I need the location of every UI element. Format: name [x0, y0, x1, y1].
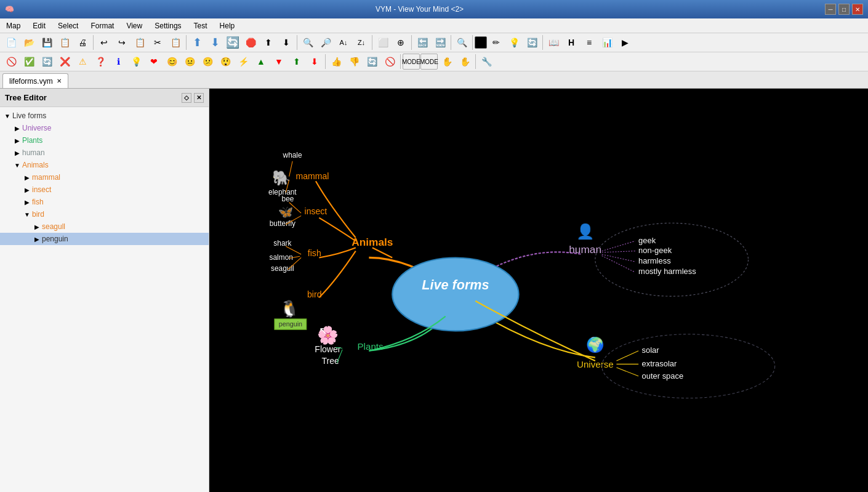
new-button[interactable]: 📄 [2, 34, 20, 50]
refresh-btn2[interactable]: 🔄 [38, 54, 55, 70]
tree-item-bird[interactable]: ▼ bird [0, 208, 209, 220]
undo-button[interactable]: ↩ [95, 34, 113, 50]
question-btn[interactable]: ❓ [92, 54, 109, 70]
sad-btn[interactable]: 😕 [199, 54, 216, 70]
prohibit-btn[interactable]: 🚫 [381, 54, 398, 70]
tree-item-seagull[interactable]: ▶ seagull [0, 220, 209, 233]
tree-toggle-fish[interactable]: ▶ [22, 197, 32, 207]
neutral-btn[interactable]: 😐 [181, 54, 198, 70]
tree-toggle-animals[interactable]: ▼ [12, 160, 22, 170]
tree-toggle-human[interactable]: ▶ [12, 148, 22, 158]
tree-item-fish[interactable]: ▶ fish [0, 196, 209, 208]
up-button[interactable]: ⬆ [260, 34, 277, 50]
warn-btn[interactable]: ⚠ [74, 54, 91, 70]
tab-close-btn[interactable]: ✕ [57, 78, 62, 84]
sidebar-close-btn[interactable]: ✕ [194, 93, 204, 103]
refresh-button[interactable]: 🔄 [224, 34, 241, 50]
menu-view[interactable]: View [120, 18, 148, 33]
tree-toggle-insect[interactable]: ▶ [22, 185, 32, 195]
rotate-button[interactable]: 🔄 [523, 34, 540, 50]
stop-icon-btn[interactable]: 🚫 [2, 54, 20, 70]
tree-toggle-mammal[interactable]: ▶ [22, 172, 32, 182]
thumbup-btn[interactable]: 👍 [328, 54, 345, 70]
tree-item-insect[interactable]: ▶ insect [0, 183, 209, 196]
cycle-btn[interactable]: 🔄 [363, 54, 380, 70]
pen-button[interactable]: ✏ [488, 34, 505, 50]
menu-settings[interactable]: Settings [148, 18, 187, 33]
thumbdown-btn[interactable]: 👎 [345, 54, 363, 70]
info-btn[interactable]: ℹ [110, 54, 127, 70]
tree-label-root: Live forms [12, 111, 209, 120]
menu-format[interactable]: Format [84, 18, 120, 33]
search-button[interactable]: 🔍 [453, 34, 470, 50]
move-btn[interactable]: ✋ [438, 54, 456, 70]
tree-item-human[interactable]: ▶ human [0, 147, 209, 159]
heading-button[interactable]: H [563, 34, 580, 50]
sorta-button[interactable]: A↓ [335, 34, 352, 50]
bulb-button[interactable]: 💡 [505, 34, 523, 50]
tools-btn[interactable]: 🔧 [478, 54, 495, 70]
tree-item-mammal[interactable]: ▶ mammal [0, 171, 209, 183]
notes-button[interactable]: 📖 [545, 34, 562, 50]
upload-button[interactable]: ⬆ [188, 34, 206, 50]
minimize-button[interactable]: ─ [825, 4, 836, 15]
tree-item-animals[interactable]: ▼ Animals [0, 159, 209, 171]
down-tri-btn[interactable]: ▼ [270, 54, 287, 70]
tree-toggle-bird[interactable]: ▼ [22, 209, 32, 219]
tree-item-universe[interactable]: ▶ Universe [0, 122, 209, 134]
nav-fwd[interactable]: 🔜 [432, 34, 449, 50]
select-button[interactable]: ⬜ [374, 34, 392, 50]
smile-btn[interactable]: 😊 [163, 54, 180, 70]
redo-button[interactable]: ↪ [113, 34, 131, 50]
tree-toggle-root[interactable]: ▼ [2, 111, 12, 121]
sortz-button[interactable]: Z↓ [353, 34, 370, 50]
tree-toggle-seagull[interactable]: ▶ [32, 222, 42, 232]
tree-root[interactable]: ▼ Live forms [0, 110, 209, 122]
idea-btn[interactable]: 💡 [127, 54, 145, 70]
tree-toggle-plants[interactable]: ▶ [12, 135, 22, 145]
down-button[interactable]: ⬇ [278, 34, 295, 50]
open-button[interactable]: 📂 [20, 34, 38, 50]
save-button[interactable]: 💾 [38, 34, 55, 50]
maximize-button[interactable]: □ [838, 4, 850, 15]
mode2-btn[interactable]: MODE [420, 54, 438, 70]
stop-button[interactable]: 🛑 [242, 34, 259, 50]
down2-btn[interactable]: ⬇ [306, 54, 323, 70]
zoomin-button[interactable]: 🔍 [299, 34, 316, 50]
list-button[interactable]: ≡ [581, 34, 598, 50]
saveas-button[interactable]: 📋 [56, 34, 73, 50]
pan-btn[interactable]: ✋ [456, 54, 473, 70]
heart-btn[interactable]: ❤ [145, 54, 163, 70]
copy-button[interactable]: 📋 [131, 34, 148, 50]
shock-btn[interactable]: 😲 [217, 54, 234, 70]
mode1-btn[interactable]: MODE [403, 54, 420, 70]
zoomout-button[interactable]: 🔎 [317, 34, 334, 50]
download-button[interactable]: ⬇ [206, 34, 223, 50]
print-button[interactable]: 🖨 [74, 34, 91, 50]
up-tri-btn[interactable]: ▲ [252, 54, 270, 70]
tree-toggle-universe[interactable]: ▶ [12, 123, 22, 133]
close-button[interactable]: ✕ [852, 4, 863, 15]
addnode-button[interactable]: ⊕ [392, 34, 409, 50]
bolt-btn[interactable]: ⚡ [235, 54, 252, 70]
more-button[interactable]: ▶ [616, 34, 633, 50]
menu-test[interactable]: Test [188, 18, 214, 33]
check-btn[interactable]: ✅ [20, 54, 38, 70]
tree-toggle-penguin[interactable]: ▶ [32, 234, 42, 244]
tree-item-penguin[interactable]: ▶ penguin [0, 233, 209, 245]
sidebar-pin-btn[interactable]: ◇ [182, 93, 191, 103]
color-black[interactable] [475, 36, 487, 49]
mindmap-canvas[interactable]: Live forms Animals mammal whale elephant [209, 89, 868, 492]
tree-item-plants[interactable]: ▶ Plants [0, 134, 209, 147]
menu-help[interactable]: Help [214, 18, 241, 33]
menu-select[interactable]: Select [52, 18, 84, 33]
cancel-btn[interactable]: ❌ [56, 54, 73, 70]
up2-btn[interactable]: ⬆ [288, 54, 305, 70]
nav-back[interactable]: 🔙 [414, 34, 431, 50]
menu-map[interactable]: Map [0, 18, 26, 33]
paste-button[interactable]: 📋 [167, 34, 184, 50]
tab-lifeforms[interactable]: lifeforms.vym ✕ [2, 73, 68, 88]
chart-button[interactable]: 📊 [598, 34, 616, 50]
menu-edit[interactable]: Edit [26, 18, 52, 33]
cut-button[interactable]: ✂ [149, 34, 166, 50]
